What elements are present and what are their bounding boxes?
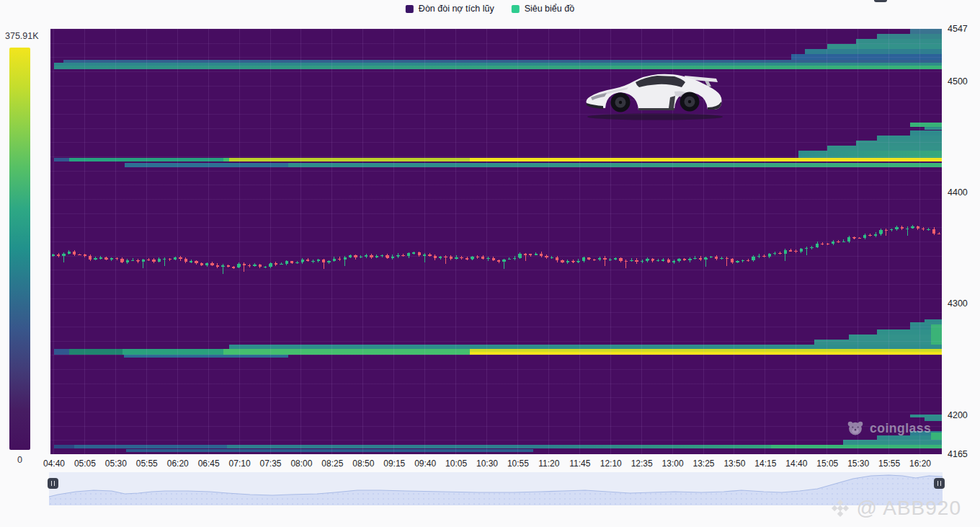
liquidation-band [843, 440, 942, 445]
candlestick-series [50, 29, 942, 454]
price-tick-label: 4400 [948, 187, 968, 198]
time-tick-label: 10:55 [507, 459, 529, 469]
liquidation-band [470, 349, 942, 352]
price-tick-label: 4500 [948, 76, 968, 87]
time-tick-label: 11:20 [538, 459, 559, 469]
liquidation-band [931, 433, 942, 440]
liquidation-band [827, 146, 942, 151]
credit-watermark-text: @ ABB920 [857, 497, 961, 520]
liquidation-band [124, 355, 288, 358]
time-tick-label: 15:30 [847, 459, 869, 469]
liquidation-band [54, 445, 74, 448]
liquidation-band [69, 349, 122, 355]
time-tick-label: 09:40 [414, 459, 436, 469]
liquidation-band [229, 158, 470, 161]
coinglass-bear-icon [846, 419, 865, 438]
time-tick-label: 09:15 [383, 459, 405, 469]
time-tick-label: 06:20 [167, 459, 189, 469]
time-tick-label: 10:05 [445, 459, 467, 469]
credit-watermark: @ ABB920 [829, 497, 961, 520]
time-tick-label: 08:25 [321, 459, 343, 469]
liquidation-band [69, 158, 223, 161]
liquidation-band [925, 127, 942, 130]
liquidation-band [827, 44, 942, 49]
liquidation-band [877, 34, 942, 39]
liquidation-band [910, 130, 942, 136]
liquidation-band [470, 352, 942, 355]
liquidation-band [54, 66, 942, 69]
time-tick-label: 14:40 [785, 459, 807, 469]
chart-gridlines [50, 29, 942, 454]
colorbar-min-label: 0 [9, 455, 30, 465]
price-tick-label: 4547 [948, 23, 968, 35]
time-tick-label: 04:40 [43, 459, 65, 469]
legend-label: Đòn đòi nợ tích lũy [419, 4, 494, 14]
liquidation-band [223, 349, 470, 355]
time-tick-label: 13:50 [723, 459, 745, 469]
liquidation-band [74, 445, 227, 448]
liquidation-band [227, 445, 533, 448]
liquidation-band [470, 158, 942, 161]
heatmap-chart-canvas[interactable]: coinglass [50, 29, 942, 454]
liquidation-band [63, 60, 942, 63]
liquidation-band [856, 39, 942, 44]
liquidation-band [122, 349, 223, 355]
liquidation-band [910, 431, 942, 435]
price-tick-label: 4300 [948, 298, 968, 309]
time-tick-label: 05:55 [136, 459, 158, 469]
legend-item-0[interactable]: Đòn đòi nợ tích lũy [406, 4, 494, 14]
navigator-right-handle[interactable] [934, 478, 945, 489]
legend-label: Siêu biểu đồ [525, 4, 575, 14]
coinglass-watermark: coinglass [846, 419, 931, 438]
liquidation-band [931, 324, 942, 345]
liquidation-band [223, 158, 229, 161]
liquidation-band [805, 49, 942, 54]
time-tick-label: 15:55 [878, 459, 900, 469]
liquidation-heatmap-page: Đòn đòi nợ tích lũySiêu biểu đồ 375.91K … [0, 0, 980, 527]
liquidation-band [54, 158, 69, 161]
liquidation-band [856, 141, 942, 146]
time-tick-label: 05:30 [105, 459, 127, 469]
liquidation-band [470, 163, 942, 167]
diamond-logo-icon [829, 497, 851, 519]
time-tick-label: 13:00 [662, 459, 684, 469]
liquidation-band [925, 417, 942, 421]
legend-item-1[interactable]: Siêu biểu đồ [512, 4, 575, 14]
liquidation-band [849, 335, 942, 340]
toolbar-chip[interactable] [874, 0, 887, 2]
time-tick-label: 08:00 [290, 459, 312, 469]
time-tick-label: 11:45 [569, 459, 590, 469]
liquidation-band [791, 54, 942, 60]
time-tick-label: 13:25 [693, 459, 715, 469]
legend-swatch [406, 5, 414, 13]
liquidation-band [877, 435, 942, 440]
range-navigator[interactable] [49, 472, 943, 505]
chart-legend: Đòn đòi nợ tích lũySiêu biểu đồ [406, 4, 574, 14]
time-tick-label: 15:05 [816, 459, 838, 469]
colorbar-max-label: 375.91K [5, 31, 39, 41]
time-tick-label: 07:35 [259, 459, 281, 469]
liquidation-band [288, 163, 470, 167]
time-tick-label: 08:50 [352, 459, 374, 469]
time-tick-label: 07:10 [229, 459, 251, 469]
liquidation-band [126, 449, 533, 452]
liquidation-band [798, 151, 942, 158]
price-tick-label: 4200 [948, 409, 968, 421]
liquidation-band [925, 319, 942, 322]
time-tick-label: 12:35 [631, 459, 653, 469]
liquidation-band [54, 63, 942, 66]
liquidation-band [229, 345, 942, 349]
liquidation-band [125, 163, 288, 167]
time-tick-label: 12:10 [600, 459, 622, 469]
navigator-left-handle[interactable] [48, 478, 58, 489]
liquidation-band [877, 329, 942, 335]
liquidation-band [910, 123, 942, 127]
time-tick-label: 06:45 [198, 459, 220, 469]
sports-car-image [584, 69, 728, 123]
time-tick-label: 05:05 [74, 459, 96, 469]
price-tick-label: 4165 [948, 448, 968, 460]
liquidation-band [814, 340, 942, 345]
liquidation-band [910, 324, 942, 329]
liquidation-band [910, 415, 942, 417]
liquidation-band [910, 322, 942, 324]
